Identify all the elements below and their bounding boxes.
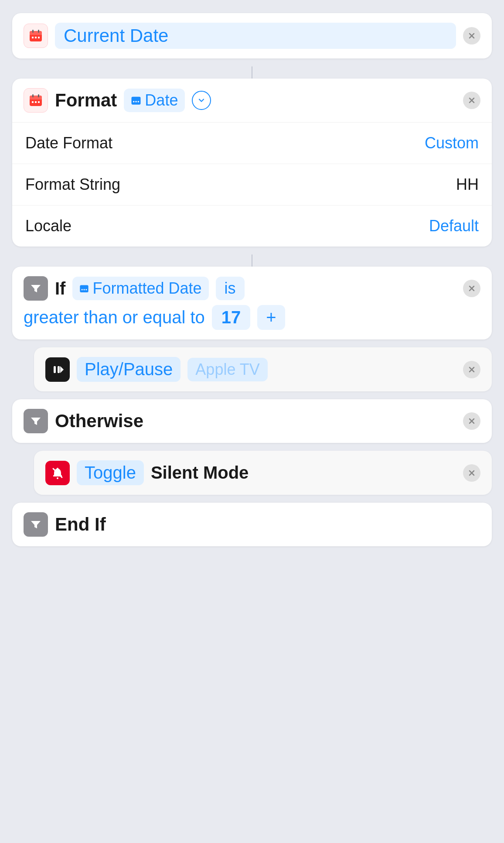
date-format-row[interactable]: Date Format Custom [12, 123, 492, 164]
endif-label: End If [55, 514, 106, 535]
connector-2 [12, 254, 492, 267]
value-pill[interactable]: 17 [212, 305, 251, 330]
calendar-icon [24, 24, 48, 48]
otherwise-label: Otherwise [55, 411, 143, 432]
format-close-button[interactable] [463, 92, 480, 109]
if-filter-icon [24, 276, 48, 301]
svg-rect-18 [132, 97, 141, 105]
svg-rect-27 [86, 289, 87, 290]
otherwise-filter-icon [24, 409, 48, 433]
playpause-card: Play/Pause Apple TV [34, 347, 492, 391]
svg-point-37 [57, 477, 58, 479]
if-close-button[interactable] [463, 280, 480, 297]
toggle-close-button[interactable] [463, 464, 480, 482]
svg-rect-15 [32, 101, 34, 103]
svg-rect-19 [133, 101, 135, 103]
svg-rect-6 [35, 37, 37, 38]
format-chevron-button[interactable] [192, 91, 211, 110]
appletv-label: Apple TV [187, 358, 267, 381]
date-format-value: Custom [425, 134, 479, 152]
toggle-action-label: Toggle [77, 460, 144, 485]
locale-value: Default [429, 217, 479, 235]
svg-rect-14 [38, 94, 39, 97]
svg-rect-21 [138, 101, 139, 103]
if-row-1: If Formatted Date is [24, 276, 480, 301]
svg-rect-7 [38, 37, 40, 38]
svg-rect-2 [30, 33, 42, 35]
svg-rect-20 [136, 101, 137, 103]
locale-label: Locale [25, 217, 72, 235]
otherwise-card: Otherwise [12, 399, 492, 443]
svg-marker-32 [60, 366, 64, 373]
connector-1 [12, 66, 492, 79]
format-card: Format Date Date Format Custom [12, 79, 492, 247]
svg-rect-3 [32, 30, 34, 33]
endif-card: End If [12, 503, 492, 546]
operator-label: greater than or equal to [24, 308, 205, 327]
toggle-card: Toggle Silent Mode [34, 451, 492, 495]
plus-icon: + [266, 308, 276, 327]
threshold-value: 17 [221, 308, 241, 327]
bell-icon [45, 461, 70, 485]
date-pill-label: Date [145, 91, 178, 110]
formatted-date-label: Formatted Date [92, 279, 201, 298]
otherwise-close-button[interactable] [463, 412, 480, 430]
svg-rect-31 [58, 366, 60, 373]
format-string-value: HH [456, 175, 479, 194]
date-pill[interactable]: Date [124, 89, 185, 112]
is-condition-pill[interactable]: is [216, 277, 245, 300]
svg-rect-4 [38, 30, 39, 33]
svg-rect-26 [84, 289, 85, 290]
formatted-date-icon [79, 284, 89, 293]
if-row-2: greater than or equal to 17 + [24, 305, 480, 330]
is-condition-label: is [225, 279, 236, 297]
current-date-title: Current Date [55, 23, 456, 49]
svg-rect-13 [32, 94, 34, 97]
if-card: If Formatted Date is greater than or equ… [12, 267, 492, 339]
playpause-label: Play/Pause [77, 357, 180, 382]
svg-rect-17 [38, 101, 40, 103]
svg-rect-30 [54, 366, 56, 373]
svg-rect-24 [80, 285, 89, 292]
playpause-close-button[interactable] [463, 361, 480, 378]
svg-rect-16 [35, 101, 37, 103]
date-pill-icon [131, 95, 141, 106]
format-title: Format [55, 90, 117, 111]
format-string-label: Format String [25, 175, 120, 194]
endif-filter-icon [24, 512, 48, 537]
format-header: Format Date [12, 79, 492, 123]
date-format-label: Date Format [25, 134, 112, 152]
svg-rect-12 [30, 98, 42, 99]
current-date-close-button[interactable] [463, 27, 480, 45]
playpause-icon [45, 357, 70, 382]
current-date-card: Current Date [12, 13, 492, 58]
format-string-row[interactable]: Format String HH [12, 164, 492, 206]
format-calendar-icon [24, 88, 48, 113]
formatted-date-pill[interactable]: Formatted Date [72, 277, 208, 300]
svg-rect-5 [32, 37, 34, 38]
add-condition-button[interactable]: + [257, 305, 285, 330]
svg-rect-25 [82, 289, 83, 290]
locale-row[interactable]: Locale Default [12, 206, 492, 247]
if-keyword: If [55, 279, 65, 298]
silent-mode-label: Silent Mode [151, 463, 249, 483]
